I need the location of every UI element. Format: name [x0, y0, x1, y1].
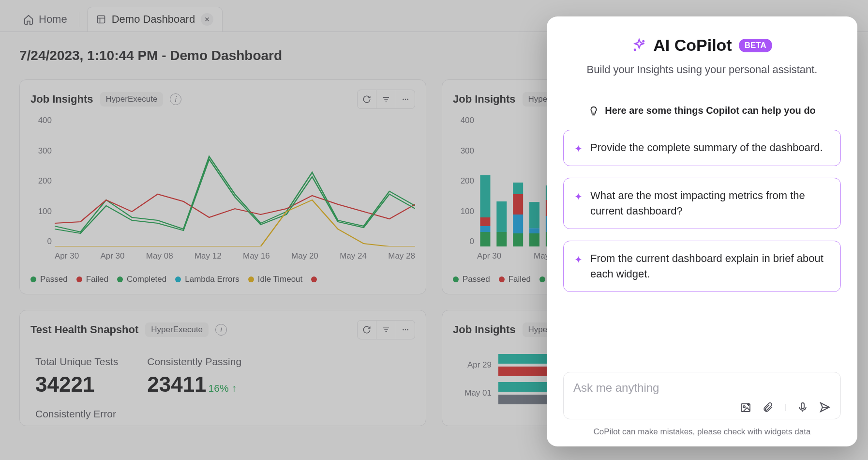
refresh-button[interactable] [357, 320, 376, 339]
filter-button[interactable] [376, 90, 396, 109]
stat-delta: 16% ↑ [209, 383, 237, 394]
home-icon [23, 14, 34, 25]
legend-item[interactable]: Lambda Errors [175, 275, 239, 284]
sparkle-icon: ✦ [574, 253, 583, 267]
card-tag: HyperExecute [145, 322, 209, 337]
card-tag: HyperExecute [100, 92, 164, 107]
legend-item[interactable]: Passed [30, 275, 68, 284]
svg-rect-23 [513, 194, 523, 215]
job-insights-line-card: Job Insights HyperExecute i 400300200100… [19, 79, 426, 294]
svg-rect-22 [513, 215, 523, 233]
svg-point-98 [643, 41, 644, 42]
stat-value: 23411 16% ↑ [147, 372, 241, 397]
stat-label: Consistently Passing [147, 356, 241, 368]
svg-rect-16 [480, 226, 490, 232]
legend-item[interactable]: Failed [499, 275, 531, 284]
svg-rect-104 [801, 403, 804, 409]
svg-point-95 [403, 329, 404, 331]
attachment-icon[interactable] [762, 401, 774, 413]
beta-badge: BETA [739, 39, 772, 52]
copilot-hint: Here are some things Copilot can help yo… [605, 105, 816, 116]
copilot-suggestion[interactable]: ✦What are the most impacting metrics fro… [563, 178, 841, 229]
card-title: Job Insights [453, 93, 516, 106]
refresh-icon [362, 325, 371, 334]
legend-item[interactable]: Failed [76, 275, 108, 284]
send-icon[interactable] [819, 401, 831, 413]
info-icon[interactable]: i [170, 93, 181, 105]
filter-icon [382, 95, 390, 104]
svg-point-99 [634, 49, 636, 50]
filter-button[interactable] [376, 320, 396, 339]
svg-point-14 [407, 99, 408, 100]
dashboard-tab-label: Demo Dashboard [112, 13, 195, 26]
close-tab-button[interactable] [201, 13, 213, 26]
stat-value: 34221 [35, 372, 118, 397]
sparkle-icon: ✦ [574, 190, 583, 204]
svg-rect-17 [480, 217, 490, 226]
mic-icon[interactable] [797, 401, 808, 413]
svg-point-101 [743, 406, 745, 408]
filter-icon [382, 325, 390, 334]
svg-point-13 [405, 99, 406, 100]
svg-rect-25 [529, 233, 539, 246]
copilot-title: AI CoPilot [653, 36, 732, 55]
more-button[interactable] [396, 90, 415, 109]
copilot-suggestion[interactable]: ✦Provide the complete summary of the das… [563, 130, 841, 166]
stat-sub-label: Consistently Error [30, 403, 415, 420]
svg-rect-20 [496, 201, 507, 232]
dashboard-tab[interactable]: Demo Dashboard [87, 7, 223, 31]
svg-rect-19 [496, 232, 507, 246]
more-icon [401, 325, 410, 334]
tab-separator [79, 12, 79, 27]
legend-item[interactable] [311, 275, 321, 284]
close-icon [204, 16, 210, 22]
svg-rect-26 [529, 228, 539, 233]
svg-rect-18 [480, 175, 490, 217]
home-tab[interactable]: Home [19, 8, 71, 31]
card-title: Job Insights [30, 93, 93, 106]
legend-item[interactable]: Idle Timeout [248, 275, 303, 284]
svg-rect-15 [480, 232, 490, 246]
info-icon[interactable]: i [215, 324, 227, 336]
copilot-footer: CoPilot can make mistakes, please check … [563, 427, 841, 437]
lightbulb-icon [588, 106, 599, 116]
more-icon [401, 95, 410, 104]
sparkle-icon [632, 38, 646, 53]
image-add-icon[interactable] [740, 401, 751, 413]
dashboard-icon [96, 15, 106, 24]
line-chart: 4003002001000 Apr 30Apr 30May 08May 12Ma… [30, 116, 415, 266]
legend-item[interactable]: Completed [117, 275, 166, 284]
stat-label: Total Unique Tests [35, 356, 118, 368]
svg-rect-0 [97, 16, 105, 23]
svg-point-12 [403, 99, 404, 100]
svg-rect-24 [513, 183, 523, 194]
copilot-subtitle: Build your Insights using your personal … [563, 63, 841, 76]
refresh-icon [362, 95, 371, 104]
home-label: Home [39, 13, 67, 26]
more-button[interactable] [396, 320, 415, 339]
svg-rect-27 [529, 202, 539, 228]
copilot-suggestion[interactable]: ✦From the current dashboard explain in b… [563, 241, 841, 292]
legend-item[interactable]: Passed [453, 275, 490, 284]
card-title: Job Insights [453, 323, 516, 336]
page-title: 7/24/2023, 1:10:44 PM - Demo Dashboard [19, 48, 282, 63]
refresh-button[interactable] [357, 90, 376, 109]
svg-rect-21 [513, 233, 523, 246]
svg-point-97 [407, 329, 408, 331]
sparkle-icon: ✦ [574, 142, 583, 156]
svg-point-96 [405, 329, 406, 331]
copilot-input[interactable] [573, 381, 831, 395]
card-title: Test Health Snapshot [30, 323, 138, 336]
test-health-snapshot-card: Test Health Snapshot HyperExecute i Tota… [19, 310, 426, 426]
copilot-panel: AI CoPilot BETA Build your Insights usin… [547, 16, 857, 446]
